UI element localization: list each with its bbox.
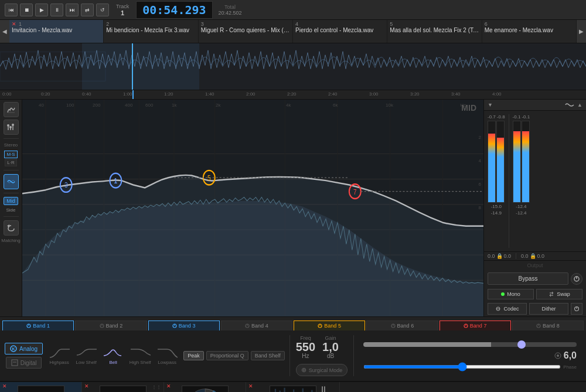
pause-button[interactable]: ⏸ [50, 4, 63, 16]
band6-power-icon [391, 323, 396, 328]
digital-button[interactable]: Digital [6, 357, 42, 369]
maximizer-pause-icon[interactable]: ⏸ [319, 384, 328, 392]
track-num-1: ✕ 1 [12, 21, 101, 27]
right-meter-fill-2 [522, 131, 529, 202]
lowpass-shape[interactable]: Lowpass [155, 347, 179, 364]
lock-icon-left[interactable]: 🔒 [496, 253, 503, 259]
highpass-shape[interactable]: Highpass [47, 347, 71, 364]
band-tab-8[interactable]: Band 8 [512, 321, 584, 330]
codec-button[interactable]: Codec [488, 303, 527, 315]
mono-button[interactable]: Mono [488, 289, 534, 299]
exciter-menu-icon[interactable]: ⋮⋮ [152, 384, 161, 390]
bypass-row: Bypass [484, 270, 586, 287]
phase-slider[interactable] [363, 365, 561, 369]
track-next-button[interactable]: ▶ [577, 20, 586, 43]
track-prev-button[interactable]: ◀ [0, 20, 9, 43]
exciter-module[interactable]: ✕ ⋮⋮ ⏻ Exciter [82, 382, 164, 392]
band-tab-2[interactable]: Band 2 [75, 321, 146, 330]
power-icon[interactable] [571, 273, 582, 285]
bell-shape[interactable]: Bell [101, 347, 125, 364]
band-tab-5[interactable]: Band 5 [294, 321, 365, 330]
imager-module[interactable]: ✕ ⏻ Imager [164, 382, 246, 392]
imager-close-icon[interactable]: ✕ [166, 383, 171, 389]
stereo-link-icon[interactable] [4, 174, 19, 189]
lock-icon-right[interactable]: 🔒 [530, 253, 536, 259]
imager-thumb [182, 386, 229, 392]
insert-module-slot[interactable]: Click to insert module [340, 382, 586, 392]
band-tab-4[interactable]: Band 4 [221, 321, 292, 330]
band-tab-1[interactable]: Band 1 [2, 321, 74, 330]
track-info: Track 1 [116, 4, 129, 16]
sub-shapes: Peak Proportional Q Band Shelf [183, 351, 285, 360]
ruler-mark-8: 2:40 [328, 91, 338, 97]
track-item-4[interactable]: 4 Pierdo el control - Mezcla.wav [293, 20, 387, 43]
meter-bottom-row: 0.0 🔒 0.0 0.0 🔒 0.0 [484, 251, 586, 260]
val-divider [516, 253, 516, 259]
track-item-3[interactable]: 3 Miguel R - Como quieres - Mix (Or... [199, 20, 293, 43]
left-meter-group: -0.7 -0.8 -15.0 -14.9 [488, 114, 505, 248]
lowshelf-shape[interactable]: Low Shelf [74, 347, 98, 364]
track-item-1[interactable]: ✕ 1 Invitacion - Mezcla.wav [9, 20, 104, 43]
spectrum-icon[interactable] [4, 102, 19, 117]
highshelf-shape[interactable]: High Shelf [128, 347, 152, 364]
gain-unit: dB [327, 353, 334, 359]
undo-icon[interactable] [4, 220, 19, 236]
dither-power-icon[interactable] [571, 303, 582, 315]
dither-button[interactable]: Dither [529, 303, 568, 315]
ruler-mark-1: 0:20 [41, 91, 50, 97]
right-meter-labels: -0.1 -0.1 [513, 114, 530, 120]
track-item-6[interactable]: 6 Me enamore - Mezcla.wav [482, 20, 577, 43]
right-meter-bars [513, 121, 530, 203]
equalizer-icon[interactable] [4, 120, 19, 135]
cycle-button[interactable]: ↺ [96, 4, 109, 16]
analog-button[interactable]: K Analog [5, 343, 43, 354]
peak-button[interactable]: Peak [183, 351, 204, 360]
maximizer-module[interactable]: ✕ ⏸ ⏻ Maximizer [246, 382, 340, 392]
gain-slider-section: 6,0 Phase [359, 342, 581, 370]
svg-rect-74 [293, 390, 294, 392]
svg-point-65 [557, 354, 559, 357]
proportional-q-button[interactable]: Proportional Q [206, 351, 248, 360]
exciter-thumb [100, 386, 146, 392]
skip-back-button[interactable]: ⏮ [5, 4, 18, 16]
track-item-2[interactable]: 2 Mi bendicion - Mezcla Fix 3.wav [104, 20, 198, 43]
band-shelf-button[interactable]: Band Shelf [251, 351, 285, 360]
analog-label: Analog [19, 346, 38, 352]
skip-forward-button[interactable]: ⏭ [66, 4, 79, 16]
surgical-button[interactable]: ⊕ Surgical Mode [296, 364, 348, 376]
ruler-mark-7: 2:20 [287, 91, 297, 97]
digital-icon [11, 359, 18, 366]
down-arrow-icon[interactable]: ▼ [488, 102, 493, 108]
swap-button[interactable]: Swap [536, 289, 582, 299]
side-label[interactable]: Side [6, 207, 15, 213]
band-tab-7[interactable]: Band 7 [440, 321, 511, 330]
band7-power-icon [464, 323, 468, 328]
eq-mid-label: MID [461, 103, 476, 113]
maximizer-close-icon[interactable]: ✕ [248, 383, 253, 389]
band-tab-6[interactable]: Band 6 [366, 321, 438, 330]
up-arrow-icon[interactable]: ▲ [577, 102, 582, 108]
ms-mode-button[interactable]: M·S [4, 151, 17, 158]
band-tab-3[interactable]: Band 3 [148, 321, 220, 330]
eq-display[interactable]: 40 100 200 400 600 1k 2k 4k 6k 10k Hz MI… [22, 100, 483, 316]
mid-badge[interactable]: Mid [4, 197, 18, 205]
panel-header-controls: ▲ [564, 102, 582, 108]
track-close-1[interactable]: ✕ [12, 21, 16, 27]
equalizer-module[interactable]: ✕ ⏻ Equalizer [0, 382, 82, 392]
gain-knob-icon [554, 352, 561, 359]
stop-button[interactable]: ⏹ [20, 4, 33, 16]
play-button[interactable]: ▶ [35, 4, 48, 16]
exciter-close-icon[interactable]: ✕ [84, 383, 89, 389]
track-item-5[interactable]: 5 Mas alla del sol. Mezcla Fix 2 (Ta... [387, 20, 482, 43]
lowshelf-icon [76, 347, 97, 359]
loop-button[interactable]: ⇄ [81, 4, 94, 16]
band-controls: Band 1 Band 2 Band 3 Band 4 Band 5 Band … [0, 316, 586, 330]
lr-mode-button[interactable]: L·R [5, 159, 16, 166]
equalizer-close-icon[interactable]: ✕ [2, 383, 7, 389]
gain-display-row: 6,0 [363, 350, 577, 361]
bypass-button[interactable]: Bypass [488, 272, 568, 285]
svg-rect-62 [12, 360, 18, 366]
gain-slider[interactable] [363, 342, 577, 347]
timeline-ruler[interactable]: 0:00 0:20 0:40 1:00 1:20 1:40 2:00 2:20 … [0, 90, 586, 100]
link-icon[interactable] [564, 102, 575, 108]
